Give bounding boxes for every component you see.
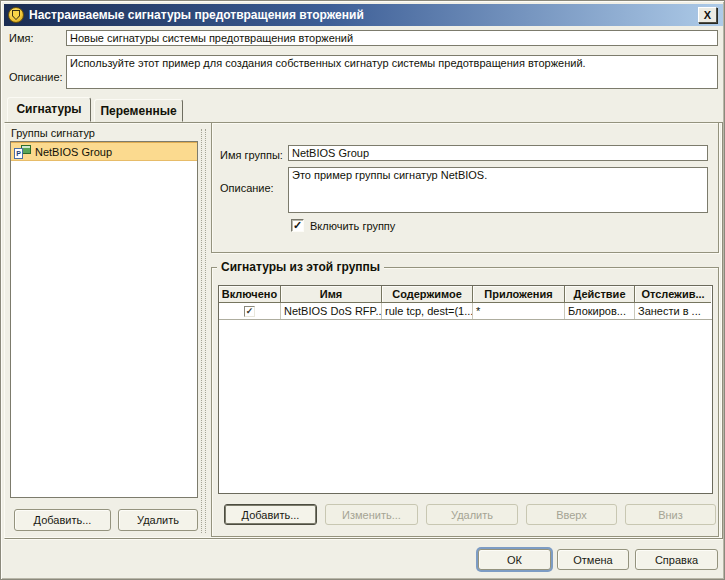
signatures-table[interactable]: Включено Имя Содержимое Приложения Дейст… bbox=[218, 285, 713, 494]
table-row[interactable]: ✓ NetBIOS DoS RFP... rule tcp, dest=(1..… bbox=[219, 303, 712, 320]
column-header-enabled[interactable]: Включено bbox=[219, 286, 281, 303]
group-name-input[interactable] bbox=[288, 145, 708, 161]
row-action-cell: Блокиров... bbox=[565, 303, 635, 319]
column-header-action[interactable]: Действие bbox=[565, 286, 635, 303]
group-description-textarea[interactable]: Это пример группы сигнатур NetBIOS. bbox=[288, 167, 708, 213]
signature-add-button[interactable]: Добавить... bbox=[224, 504, 317, 525]
shield-app-icon bbox=[8, 7, 24, 23]
column-header-content[interactable]: Содержимое bbox=[382, 286, 473, 303]
group-add-button[interactable]: Добавить... bbox=[14, 509, 111, 531]
check-icon: ✓ bbox=[293, 220, 302, 231]
title-bar: Настраиваемые сигнатуры предотвращения в… bbox=[4, 4, 723, 26]
signature-delete-button[interactable]: Удалить bbox=[426, 504, 518, 525]
check-icon: ✓ bbox=[246, 307, 254, 316]
group-delete-button[interactable]: Удалить bbox=[118, 509, 198, 531]
name-label: Имя: bbox=[9, 32, 33, 44]
name-input[interactable] bbox=[66, 30, 718, 46]
enable-group-label: Включить группу bbox=[310, 220, 395, 232]
ok-button[interactable]: ОК bbox=[478, 549, 551, 570]
group-description-label: Описание: bbox=[220, 182, 274, 194]
signature-groups-label: Группы сигнатур bbox=[11, 127, 95, 139]
list-item-netbios-group[interactable]: P NetBIOS Group bbox=[11, 142, 197, 161]
panel-splitter[interactable] bbox=[201, 129, 206, 533]
description-textarea[interactable]: Используйте этот пример для создания соб… bbox=[66, 55, 718, 89]
row-enabled-cell[interactable]: ✓ bbox=[219, 303, 281, 319]
signature-move-up-button[interactable]: Вверх bbox=[526, 504, 617, 525]
tab-signatures[interactable]: Сигнатуры bbox=[7, 97, 91, 122]
column-header-tracking[interactable]: Отслежив... bbox=[635, 286, 711, 303]
program-group-icon: P bbox=[14, 145, 31, 159]
help-button[interactable]: Справка bbox=[635, 549, 718, 570]
column-header-applications[interactable]: Приложения bbox=[473, 286, 565, 303]
signatures-groupbox: Сигнатуры из этой группы Включено Имя Со… bbox=[211, 267, 719, 537]
signature-edit-button[interactable]: Изменить... bbox=[325, 504, 418, 525]
signatures-table-header: Включено Имя Содержимое Приложения Дейст… bbox=[219, 286, 712, 303]
signature-move-down-button[interactable]: Вниз bbox=[625, 504, 716, 525]
row-checkbox[interactable]: ✓ bbox=[244, 306, 255, 317]
row-tracking-cell: Занести в ... bbox=[635, 303, 711, 319]
row-content-cell: rule tcp, dest=(1... bbox=[382, 303, 473, 319]
dialog-window: Настраиваемые сигнатуры предотвращения в… bbox=[0, 0, 725, 580]
close-icon[interactable]: X bbox=[698, 7, 717, 23]
enable-group-checkbox[interactable]: ✓ bbox=[291, 219, 304, 232]
group-name-label: Имя группы: bbox=[220, 149, 283, 161]
tab-variables[interactable]: Переменные bbox=[94, 99, 183, 122]
row-applications-cell: * bbox=[473, 303, 565, 319]
signatures-groupbox-title: Сигнатуры из этой группы bbox=[217, 260, 384, 274]
signature-groups-list[interactable]: P NetBIOS Group bbox=[10, 141, 198, 498]
row-name-cell: NetBIOS DoS RFP... bbox=[281, 303, 382, 319]
list-item-label: NetBIOS Group bbox=[35, 146, 112, 158]
cancel-button[interactable]: Отмена bbox=[557, 549, 629, 570]
description-label: Описание: bbox=[9, 71, 63, 83]
window-title: Настраиваемые сигнатуры предотвращения в… bbox=[29, 8, 364, 22]
column-header-name[interactable]: Имя bbox=[281, 286, 382, 303]
